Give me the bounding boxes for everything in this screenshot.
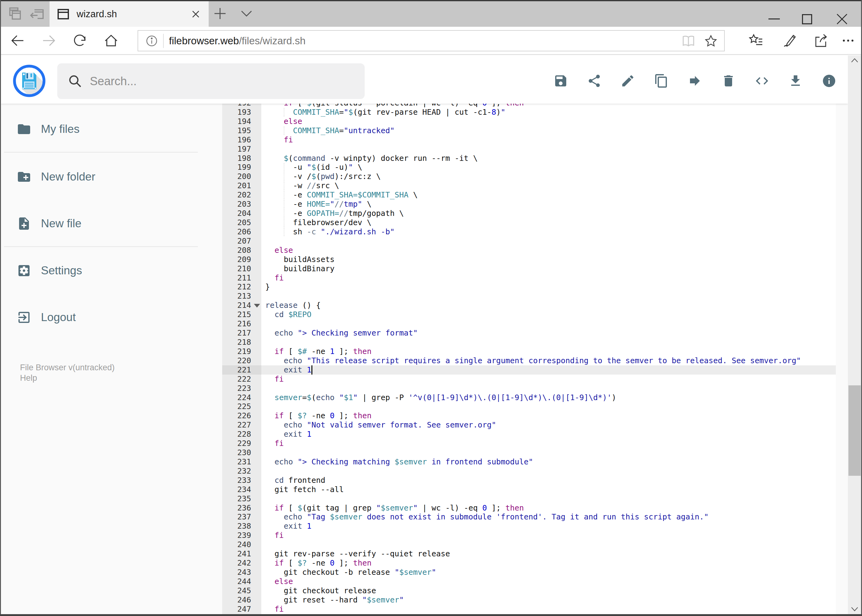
search-input[interactable] <box>90 75 365 88</box>
reading-view-icon[interactable] <box>682 35 695 47</box>
code-text[interactable]: git reset --hard "$semver" <box>261 596 836 605</box>
code-text[interactable]: else <box>261 246 836 255</box>
back-button[interactable] <box>11 33 25 48</box>
code-text[interactable]: COMMIT_SHA="untracked" <box>261 126 836 135</box>
code-text[interactable]: git checkout -b release "$semver" <box>261 568 836 577</box>
code-text[interactable]: -e HOME="//tmp" \ <box>261 200 836 209</box>
code-text[interactable]: echo "> Checking matching $semver in fro… <box>261 457 836 467</box>
code-text[interactable]: fi <box>261 605 836 614</box>
raw-button[interactable] <box>755 74 769 88</box>
code-text[interactable]: filebrowser/dev \ <box>261 218 836 227</box>
scrollbar-thumb[interactable] <box>848 385 861 476</box>
code-text[interactable]: sh -c "./wizard.sh -b" <box>261 227 836 236</box>
code-text[interactable]: if [ $? -ne 0 ]; then <box>261 558 836 568</box>
info-button[interactable] <box>822 74 837 88</box>
code-text[interactable] <box>261 540 836 549</box>
scroll-down-icon[interactable] <box>851 607 858 612</box>
info-icon[interactable] <box>145 35 158 47</box>
code-text[interactable]: fi <box>261 273 836 283</box>
sidebar-item-settings[interactable]: Settings <box>17 261 82 280</box>
help-link[interactable]: Help <box>20 373 115 383</box>
forward-button[interactable] <box>42 33 56 48</box>
minimize-button[interactable] <box>759 11 790 28</box>
code-text[interactable]: echo "Not valid semver format. See semve… <box>261 420 836 430</box>
share-button[interactable] <box>587 74 602 88</box>
tab-preview-button[interactable] <box>7 7 21 20</box>
code-text[interactable]: -u "$(id -u)" \ <box>261 163 836 172</box>
code-text[interactable]: COMMIT_SHA="$(git rev-parse HEAD | cut -… <box>261 108 836 117</box>
code-text[interactable]: else <box>261 117 836 126</box>
code-text[interactable]: exit 1 <box>261 522 836 531</box>
code-editor[interactable]: 192 if [ $(git status --porcelain | wc -… <box>222 104 836 614</box>
ink-pen-button[interactable] <box>782 33 797 48</box>
code-text[interactable] <box>261 467 836 476</box>
favorites-hub-button[interactable] <box>748 33 764 48</box>
code-text[interactable]: git checkout release <box>261 586 836 596</box>
code-text[interactable]: echo "Tag $semver does not exist in subm… <box>261 512 836 522</box>
new-tab-button[interactable] <box>214 7 227 20</box>
code-text[interactable]: echo "This release script requires a sin… <box>261 356 836 365</box>
copy-button[interactable] <box>654 74 669 88</box>
code-text[interactable]: buildBinary <box>261 264 836 273</box>
download-button[interactable] <box>788 74 803 88</box>
code-text[interactable] <box>261 319 836 328</box>
code-text[interactable]: cd frontend <box>261 476 836 485</box>
code-text[interactable] <box>261 292 836 301</box>
code-text[interactable] <box>261 236 836 246</box>
code-text[interactable] <box>261 448 836 457</box>
code-text[interactable]: fi <box>261 531 836 540</box>
sidebar-item-new-file[interactable]: New file <box>17 214 82 233</box>
code-text[interactable]: -v /$(pwd):/src:z \ <box>261 172 836 181</box>
rename-button[interactable] <box>621 74 635 88</box>
code-text[interactable]: fi <box>261 439 836 448</box>
code-text[interactable]: if [ $(git tag | grep "$semver" | wc -l)… <box>261 503 836 513</box>
code-text[interactable] <box>261 145 836 154</box>
scroll-up-icon[interactable] <box>851 58 858 63</box>
tab-close-icon[interactable] <box>190 9 201 20</box>
code-text[interactable]: if [ $(git status --porcelain | wc -l) -… <box>261 104 836 108</box>
delete-button[interactable] <box>721 74 736 88</box>
code-text[interactable]: $(command -v winpty) docker run --rm -it… <box>261 154 836 163</box>
code-text[interactable]: fi <box>261 135 836 145</box>
code-text[interactable]: buildAssets <box>261 255 836 264</box>
settings-more-button[interactable] <box>840 33 856 48</box>
page-scrollbar[interactable] <box>848 55 861 614</box>
code-text[interactable] <box>261 338 836 347</box>
code-text[interactable]: if [ $# -ne 1 ]; then <box>261 347 836 356</box>
filebrowser-logo[interactable] <box>13 64 46 97</box>
share-button-chrome[interactable] <box>813 33 829 48</box>
code-text[interactable]: cd $REPO <box>261 310 836 319</box>
sidebar-item-logout[interactable]: Logout <box>17 308 76 327</box>
code-text[interactable]: else <box>261 577 836 586</box>
fold-widget-icon[interactable] <box>254 304 260 308</box>
tab-list-button[interactable] <box>240 9 253 18</box>
code-text[interactable]: -e GOPATH=//tmp/gopath \ <box>261 209 836 218</box>
favorite-star-icon[interactable] <box>704 35 717 47</box>
sidebar-item-my-files[interactable]: My files <box>17 120 79 138</box>
move-button[interactable] <box>687 74 702 88</box>
code-text[interactable]: echo "> Checking semver format" <box>261 328 836 338</box>
maximize-button[interactable] <box>791 11 822 28</box>
code-text[interactable] <box>261 494 836 503</box>
code-text[interactable] <box>261 384 836 393</box>
code-text[interactable]: git rev-parse --verify --quiet release <box>261 549 836 558</box>
code-text[interactable]: semver=$(echo "$1" | grep -P '^v(0|[1-9]… <box>261 393 836 402</box>
code-text[interactable]: release () { <box>261 301 836 310</box>
browser-tab[interactable]: wizard.sh <box>50 1 209 27</box>
code-text[interactable]: exit 1 <box>261 430 836 439</box>
code-text[interactable]: } <box>261 282 836 292</box>
code-text[interactable]: if [ $? -ne 0 ]; then <box>261 411 836 420</box>
code-text[interactable] <box>261 402 836 411</box>
refresh-button[interactable] <box>73 33 87 48</box>
search-box[interactable] <box>57 63 365 99</box>
code-text[interactable]: git fetch --all <box>261 485 836 494</box>
code-text[interactable]: fi <box>261 375 836 384</box>
code-text[interactable]: -e COMMIT_SHA=$COMMIT_SHA \ <box>261 190 836 200</box>
code-text[interactable]: exit 1 <box>261 365 836 375</box>
home-button[interactable] <box>104 33 118 48</box>
code-text[interactable]: -w //src \ <box>261 181 836 190</box>
url-field[interactable]: filebrowser.web/files/wizard.sh <box>137 30 725 51</box>
sidebar-item-new-folder[interactable]: New folder <box>17 168 95 186</box>
window-close-button[interactable] <box>827 11 857 28</box>
set-tabs-aside-button[interactable] <box>30 7 44 20</box>
